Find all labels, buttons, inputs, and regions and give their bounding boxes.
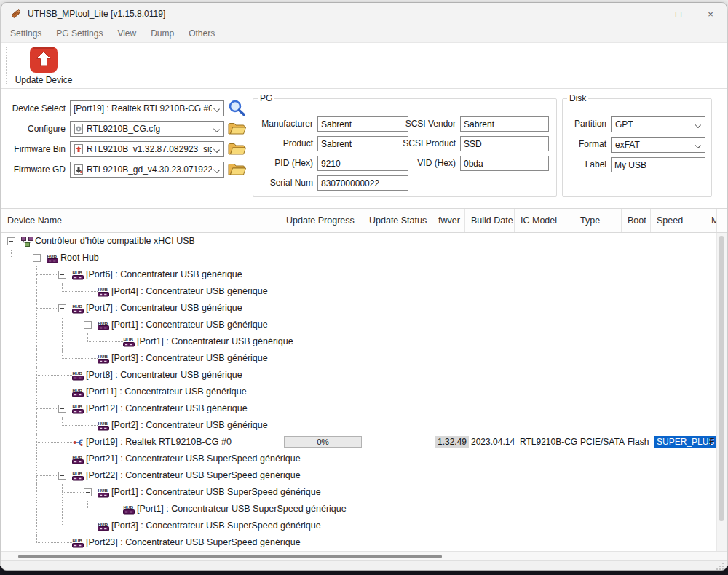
tree-guide-line [36, 475, 58, 476]
vid-hex-field[interactable] [460, 156, 549, 171]
tree-row[interactable]: HUB[Port1] : Concentrateur USB SuperSpee… [1, 501, 717, 518]
column-header-device-name[interactable]: Device Name [1, 209, 280, 232]
tree-guide-line [36, 417, 37, 434]
svg-text:HUB: HUB [98, 421, 108, 426]
menu-item-pg-settings[interactable]: PG Settings [49, 28, 110, 39]
menu-item-settings[interactable]: Settings [3, 28, 49, 39]
tree-row[interactable]: HUB[Port1] : Concentrateur USB générique [1, 317, 717, 333]
column-header-fwver[interactable]: fwver [432, 209, 465, 232]
vertical-scrollbar[interactable] [716, 233, 726, 551]
product-field[interactable] [317, 136, 408, 151]
tree-expander-collapse[interactable] [84, 321, 92, 329]
tree-row[interactable]: HUB[Port8] : Concentrateur USB générique [1, 367, 717, 384]
tree-row-label: [Port3] : Concentrateur USB SuperSpeed g… [111, 518, 321, 534]
browse-firmware-gd-button[interactable] [227, 161, 248, 178]
tree-guide-line [62, 501, 63, 518]
usb-hub-icon: HUB [72, 454, 84, 467]
firmware-gd-combobox[interactable]: RTL9210B_gd_v4.30.23.071922.bin [70, 162, 224, 178]
tree-row[interactable]: Contrôleur d'hôte compatible xHCI USB [1, 233, 717, 250]
column-header-update-progress[interactable]: Update Progress [280, 209, 363, 232]
close-button[interactable]: × [695, 3, 727, 25]
tree-row[interactable]: HUB[Port12] : Concentrateur USB génériqu… [1, 400, 717, 417]
firmware-bin-combobox[interactable]: RTL9210B_v1.32.87.082923_signed. [70, 141, 224, 157]
title-bar: UTHSB_MPtool_Lite [v1.15.8.0119] – □ × [1, 3, 727, 25]
device-select-combobox[interactable]: [Port19] : Realtek RTL9210B-CG #0 [70, 100, 224, 116]
tree-expander-collapse[interactable] [58, 472, 66, 480]
config-panel: Device Select [Port19] : Realtek RTL9210… [1, 89, 727, 208]
ic-model-cell: RTL9210B-CG [520, 436, 577, 448]
menu-item-others[interactable]: Others [181, 28, 222, 39]
serial-num-label: Serial Num [253, 175, 313, 191]
tree-row[interactable]: HUB[Port3] : Concentrateur USB SuperSpee… [1, 518, 717, 534]
maximize-button[interactable]: □ [662, 3, 695, 25]
browse-firmware-bin-button[interactable] [227, 140, 248, 158]
column-header-m[interactable]: M [705, 209, 717, 232]
tree-row[interactable]: HUB[Port1] : Concentrateur USB SuperSpee… [1, 484, 717, 501]
tree-expander-collapse[interactable] [58, 304, 66, 312]
menu-item-dump[interactable]: Dump [143, 28, 181, 39]
tree-guide-line [62, 492, 84, 493]
tree-row[interactable]: HUB[Port11] : Concentrateur USB génériqu… [1, 384, 717, 400]
usb-hub-icon: HUB [123, 337, 135, 350]
tree-row[interactable]: HUB[Port6] : Concentrateur USB générique [1, 266, 717, 283]
manufacturer-label: Manufacturer [253, 116, 313, 132]
tree-row[interactable]: [Port19] : Realtek RTL9210B-CG #00%1.32.… [1, 434, 717, 451]
tree-row[interactable]: HUB[Port4] : Concentrateur USB générique [1, 283, 717, 300]
format-select[interactable]: exFAT [611, 137, 705, 153]
vertical-scrollbar-thumb[interactable] [719, 236, 724, 521]
tree-row[interactable]: HUBRoot Hub [1, 250, 717, 266]
window-title: UTHSB_MPtool_Lite [v1.15.8.0119] [28, 9, 165, 19]
tree-row[interactable]: HUB[Port2] : Concentrateur USB générique [1, 417, 717, 434]
usb-hub-icon: HUB [47, 253, 59, 266]
column-header-update-status[interactable]: Update Status [363, 209, 432, 232]
tree-row[interactable]: HUB[Port3] : Concentrateur USB générique [1, 350, 717, 367]
tree-row[interactable]: HUB[Port23] : Concentrateur USB SuperSpe… [1, 534, 717, 551]
serial-num-field[interactable] [317, 175, 408, 191]
tree-guide-line [87, 509, 123, 509]
column-header-boot[interactable]: Boot [622, 209, 651, 232]
column-header-build-date[interactable]: Build Date [465, 209, 515, 232]
tree-row[interactable]: HUB[Port1] : Concentrateur USB générique [1, 333, 717, 350]
tree-row-label: [Port23] : Concentrateur USB SuperSpeed … [86, 534, 301, 551]
column-header-ic-model[interactable]: IC Model [515, 209, 574, 232]
device-select-label: Device Select [1, 100, 66, 116]
firmware-gd-label: Firmware GD [1, 162, 66, 178]
column-header-speed[interactable]: Speed [651, 209, 705, 232]
scsi-vendor-field[interactable] [460, 116, 549, 132]
tree-expander-collapse[interactable] [58, 405, 66, 413]
svg-text:HUB: HUB [47, 253, 58, 258]
volume-label-field[interactable] [611, 157, 705, 172]
tree-row[interactable]: HUB[Port7] : Concentrateur USB générique [1, 300, 717, 317]
tree-row-label: [Port1] : Concentrateur USB générique [111, 317, 268, 333]
folder-open-icon [228, 162, 247, 177]
tree-row-label: Contrôleur d'hôte compatible xHCI USB [35, 233, 195, 250]
browse-configure-button[interactable] [227, 120, 248, 138]
tree-row[interactable]: HUB[Port22] : Concentrateur USB SuperSpe… [1, 467, 717, 484]
tree-expander-collapse[interactable] [58, 271, 66, 279]
svg-text:HUB: HUB [124, 337, 134, 342]
usb-hub-icon: HUB [98, 320, 110, 333]
horizontal-scrollbar[interactable] [1, 551, 727, 560]
tree-expander-collapse[interactable] [84, 488, 92, 496]
scsi-product-field[interactable] [460, 136, 549, 151]
resize-grip[interactable] [716, 562, 724, 570]
horizontal-scrollbar-thumb[interactable] [18, 555, 442, 558]
update-device-button[interactable]: Update Device [13, 44, 74, 88]
disk-group-title: Disk [567, 93, 588, 103]
pid-hex-field[interactable] [317, 156, 408, 171]
search-device-button[interactable] [227, 99, 248, 116]
tree-expander-collapse[interactable] [33, 254, 41, 262]
usb-hub-icon: HUB [98, 521, 110, 534]
tree-row[interactable]: HUB[Port21] : Concentrateur USB SuperSpe… [1, 451, 717, 467]
usb-hub-icon: HUB [98, 354, 110, 367]
tree-expander-collapse[interactable] [7, 237, 15, 245]
manufacturer-field[interactable] [317, 116, 408, 132]
tree-guide-line [36, 392, 72, 392]
menu-item-view[interactable]: View [110, 28, 143, 39]
configure-combobox[interactable]: RTL9210B_CG.cfg [70, 121, 224, 137]
partition-select[interactable]: GPT [611, 116, 705, 132]
column-header-type[interactable]: Type [574, 209, 622, 232]
svg-text:HUB: HUB [124, 504, 134, 509]
format-value: exFAT [615, 140, 640, 150]
minimize-button[interactable]: – [630, 3, 662, 25]
